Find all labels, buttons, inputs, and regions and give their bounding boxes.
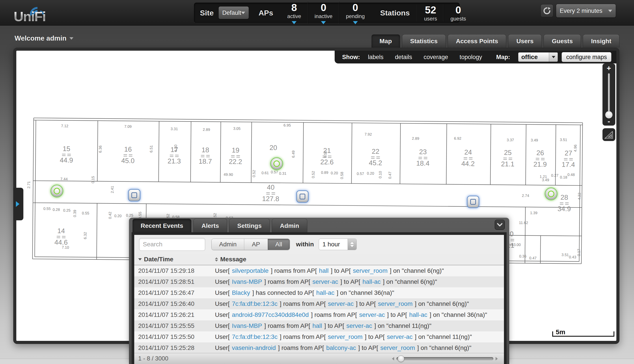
show-label: Show: (342, 54, 360, 60)
svg-text:0.58: 0.58 (340, 172, 344, 179)
column-header-datetime[interactable]: Date/Time (134, 256, 215, 263)
column-header-message[interactable]: Message (215, 256, 504, 263)
event-link[interactable]: vasenin-android (232, 344, 276, 352)
table-row[interactable]: 2014/11/07 15:26:47User[Blacky] has conn… (134, 287, 504, 298)
event-link[interactable]: balcony-ac (326, 344, 356, 352)
stations-label: Stations (380, 8, 410, 17)
table-row[interactable]: 2014/11/07 15:28:51User[Ivans-MBP] roams… (134, 276, 504, 287)
event-text: User[ (215, 322, 230, 330)
filter-button-ap[interactable]: AP (244, 239, 268, 250)
ap-uap-ac-icon (128, 189, 140, 202)
tab-statistics[interactable]: Statistics (402, 34, 446, 48)
search-input[interactable] (139, 238, 205, 251)
table-row[interactable]: 2014/11/07 15:25:55User[Ivans-MBP] roams… (134, 320, 504, 332)
svg-text:23: 23 (419, 148, 427, 156)
event-link[interactable]: server-ac (359, 311, 385, 318)
zoom-out-button[interactable]: - (602, 117, 615, 126)
show-option-topology[interactable]: topology (460, 54, 482, 60)
event-text: User[ (215, 267, 230, 274)
event-text: ] on "channel 11(ng)" (374, 322, 431, 330)
ap-device-square-1[interactable] (128, 189, 140, 202)
event-link[interactable]: Blacky (232, 289, 250, 296)
event-link[interactable]: android-8977cc340dd84e0d (232, 311, 309, 318)
zoom-in-button[interactable]: + (602, 64, 615, 72)
events-scrollbar[interactable] (396, 357, 493, 360)
stepper-icon[interactable] (348, 239, 356, 250)
site-select[interactable]: Default (218, 6, 249, 19)
table-row[interactable]: 2014/11/07 15:26:40User[7c:fa:df:be:12:3… (134, 298, 504, 309)
table-row[interactable]: 2014/11/07 15:25:50User[7c:fa:df:be:12:3… (134, 332, 504, 342)
svg-text:34.9: 34.9 (557, 205, 571, 213)
event-link[interactable]: server_room (380, 344, 415, 352)
side-panel-expander[interactable] (13, 188, 23, 220)
tab-guests[interactable]: Guests (544, 34, 581, 48)
scroll-right-icon[interactable] (495, 357, 498, 360)
tab-access-points[interactable]: Access Points (448, 34, 506, 48)
set-scale-button[interactable] (602, 128, 615, 141)
event-link[interactable]: server_room (378, 300, 412, 307)
ap-device-circle-5[interactable] (545, 188, 557, 200)
scroll-left-icon[interactable] (392, 357, 394, 360)
event-link[interactable]: server-ac (312, 278, 338, 285)
ap-device-circle-2[interactable] (270, 157, 283, 170)
svg-text:hm3.00: hm3.00 (508, 242, 521, 247)
show-option-details[interactable]: details (395, 54, 412, 60)
event-link[interactable]: server_room (328, 333, 362, 340)
event-link[interactable]: 7c:fa:df:be:12:3c (232, 300, 278, 307)
map-scale-indicator: 5m (552, 332, 614, 337)
site-label: Site (200, 8, 214, 17)
filter-button-all[interactable]: All (268, 239, 290, 250)
event-time-cell: 2014/11/07 15:28:51 (134, 278, 215, 285)
within-select[interactable]: 1 hour (319, 239, 357, 250)
refresh-interval-select[interactable]: Every 2 minutes (556, 4, 616, 18)
zoom-slider-track[interactable] (608, 73, 610, 116)
tab-insight[interactable]: Insight (583, 34, 619, 48)
panel-tab-settings[interactable]: Settings (229, 219, 270, 232)
zoom-control: + - (602, 64, 615, 126)
table-row[interactable]: 2014/11/07 15:25:28User[vasenin-android]… (134, 342, 504, 353)
event-link[interactable]: hall-ac (316, 289, 334, 296)
map-select[interactable]: office (518, 52, 558, 62)
station-label-users: users (424, 16, 437, 22)
welcome-menu[interactable]: Welcome admin (15, 34, 74, 42)
event-link[interactable]: hall (312, 322, 322, 330)
event-link[interactable]: 7c:fa:df:be:12:3c (232, 333, 278, 340)
tab-users[interactable]: Users (508, 34, 542, 48)
svg-text:3.37: 3.37 (507, 138, 514, 142)
panel-tab-admin[interactable]: Admin (272, 219, 307, 232)
ap-device-square-3[interactable] (296, 190, 309, 203)
chevron-down-icon[interactable] (292, 21, 297, 24)
tab-map[interactable]: Map (371, 34, 400, 48)
configure-maps-button[interactable]: configure maps (561, 52, 611, 62)
event-text: ] roams from AP[ (264, 322, 310, 330)
event-link[interactable]: server-ac (346, 322, 372, 330)
show-option-labels[interactable]: labels (368, 54, 384, 60)
panel-tab-alerts[interactable]: Alerts (193, 219, 227, 232)
ap-device-circle-0[interactable] (51, 185, 63, 198)
event-link[interactable]: Ivans-MBP (232, 322, 262, 330)
chevron-down-icon[interactable] (321, 21, 326, 24)
event-link[interactable]: Ivans-MBP (232, 278, 262, 285)
event-text: ] roams from AP[ (264, 278, 310, 285)
event-link[interactable]: server-ac (387, 333, 413, 340)
table-row[interactable]: 2014/11/07 15:29:18User[silverportable] … (134, 265, 504, 276)
sort-desc-icon (138, 258, 142, 260)
events-scrollbar-thumb[interactable] (398, 356, 404, 362)
show-options: labelsdetailscoveragetopology (368, 54, 494, 60)
panel-collapse-button[interactable] (495, 220, 505, 230)
event-link[interactable]: hall-ac (409, 311, 427, 318)
svg-text:0.55: 0.55 (82, 211, 89, 215)
show-option-coverage[interactable]: coverage (424, 54, 448, 60)
event-link[interactable]: server_room (353, 267, 388, 274)
ap-device-square-4[interactable] (467, 196, 479, 208)
event-link[interactable]: server-ac (328, 300, 354, 307)
event-link[interactable]: silverportable (232, 267, 269, 274)
event-link[interactable]: hall-ac (362, 278, 380, 285)
svg-text:0.18: 0.18 (560, 175, 567, 179)
table-row[interactable]: 2014/11/07 15:26:21User[android-8977cc34… (134, 309, 504, 320)
panel-tab-recent-events[interactable]: Recent Events (133, 219, 191, 232)
refresh-button[interactable] (540, 4, 553, 17)
chevron-down-icon[interactable] (353, 21, 358, 24)
event-link[interactable]: hall (319, 267, 329, 274)
filter-button-admin[interactable]: Admin (212, 239, 244, 250)
